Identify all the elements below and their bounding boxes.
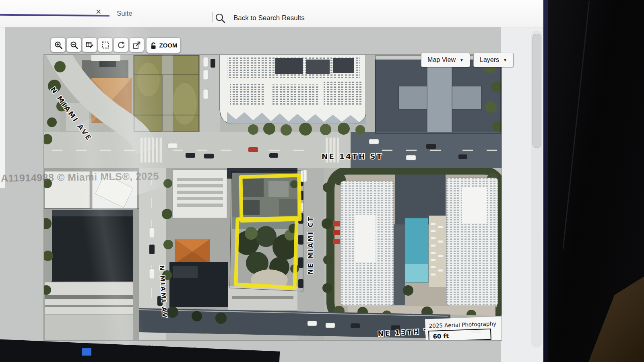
app-screen: × Suite Back to Search Results (0, 0, 548, 362)
zoom-in-icon (54, 41, 63, 49)
red-awnings (333, 221, 340, 244)
scrollbar-thumb[interactable] (533, 34, 541, 148)
block-condo-complex (330, 171, 502, 320)
map-view-label: Map View (427, 56, 456, 64)
export-view-button[interactable] (129, 37, 144, 52)
map-toolbar: ZOOM (51, 37, 181, 53)
street-label-ne-14th-st: NE 14TH ST (322, 152, 383, 160)
zoom-button-label: ZOOM (159, 42, 178, 49)
monitor-edge (543, 0, 548, 362)
block-center (165, 168, 300, 320)
export-icon (132, 41, 141, 49)
active-tab-indicator (0, 14, 109, 16)
layers-label: Layers (480, 56, 499, 64)
building-top-center (220, 55, 366, 124)
zoom-in-button[interactable] (51, 37, 66, 52)
aerial-map[interactable]: NE 14TH ST N MIAMI AVE N MIAMI AV NE MIA… (43, 54, 502, 341)
map-view-dropdown[interactable]: Map View ▼ (421, 53, 470, 67)
page-edge (0, 27, 5, 188)
layers-dropdown[interactable]: Layers ▼ (473, 53, 514, 67)
back-to-results-link[interactable]: Back to Search Results (233, 14, 305, 22)
grid-pencil-icon (85, 41, 94, 49)
app-header: × Suite Back to Search Results (0, 0, 548, 27)
monitor-photo: × Suite Back to Search Results (0, 0, 644, 362)
rotate-arrow-icon (117, 41, 126, 49)
street-label-ne-miami-ct: NE MIAMI CT (307, 216, 314, 274)
taskbar-icon (82, 348, 91, 356)
chevron-down-icon: ▼ (460, 58, 464, 62)
close-icon[interactable]: × (96, 6, 101, 17)
measure-grid-button[interactable] (82, 37, 97, 52)
zoom-out-button[interactable] (66, 37, 81, 52)
field-divider (212, 12, 213, 23)
chevron-down-icon: ▼ (503, 58, 507, 62)
block-mid-left (44, 168, 139, 340)
parking-strip (200, 55, 220, 132)
map-attribution-panel: 2025 Aerial Photography 60 ft (425, 317, 502, 340)
panel-divider (0, 32, 523, 32)
open-padlock-icon (150, 41, 157, 49)
search-input[interactable]: Suite (117, 10, 208, 22)
marquee-select-icon (101, 41, 110, 49)
zoom-out-icon (70, 41, 78, 49)
select-area-button[interactable] (98, 37, 113, 52)
reset-rotation-button[interactable] (114, 37, 128, 52)
mls-watermark: A11914988 © Miami MLS®, 2025 (1, 170, 159, 184)
scale-label: 60 ft (433, 332, 449, 340)
block-vacant-lots (133, 55, 200, 132)
zoom-lock-button[interactable]: ZOOM (146, 37, 181, 53)
search-icon[interactable] (214, 12, 226, 24)
swimming-pool (405, 218, 428, 282)
